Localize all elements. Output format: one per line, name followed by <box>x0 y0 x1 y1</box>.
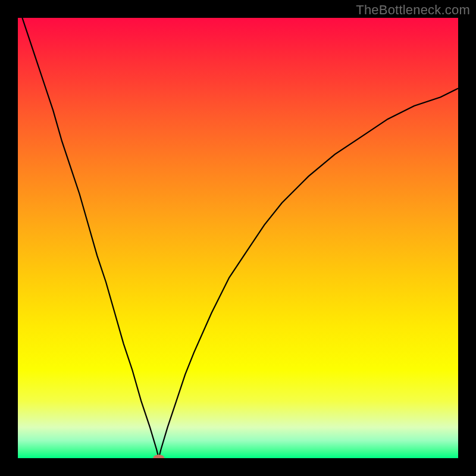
chart-curve-svg <box>18 18 458 458</box>
watermark-label: TheBottleneck.com <box>356 2 470 18</box>
bottleneck-curve <box>22 18 458 458</box>
chart-frame: TheBottleneck.com <box>0 0 476 476</box>
plot-area <box>18 18 458 458</box>
optimum-marker <box>153 455 164 458</box>
